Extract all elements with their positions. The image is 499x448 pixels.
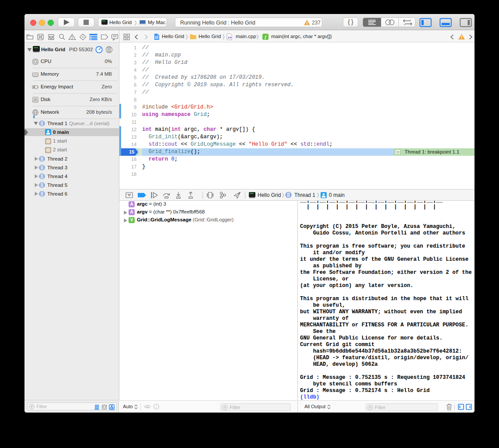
svg-text:i: i bbox=[156, 405, 157, 409]
svg-text:!: ! bbox=[461, 35, 462, 40]
svg-text:!: ! bbox=[306, 21, 307, 25]
svg-text:c: c bbox=[228, 35, 230, 39]
